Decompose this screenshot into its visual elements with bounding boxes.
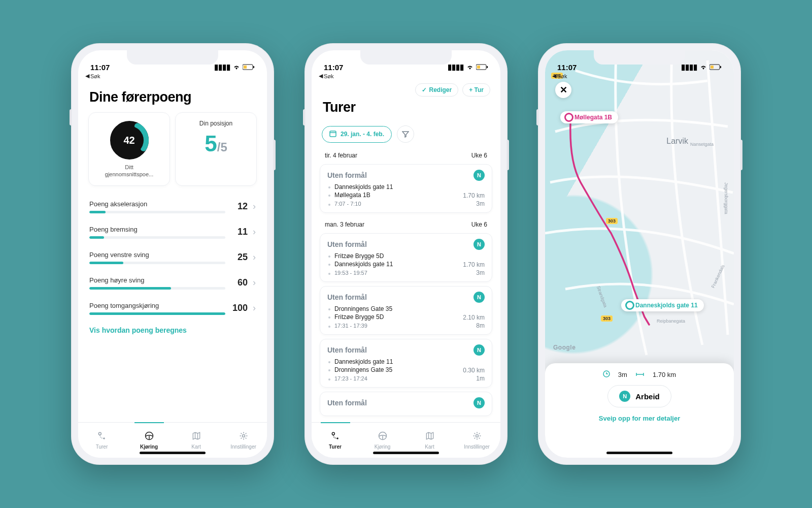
home-indicator [373,452,439,454]
metric-row[interactable]: Poeng tomgangskjøring 100 › [89,297,256,322]
svg-rect-11 [477,66,480,69]
trip-distance: 1.70 km [463,261,485,268]
trip-card[interactable]: Uten formål N Fritzøe Brygge 5D Danneskj… [320,233,492,282]
phone-driver-points: 11:07 ▮▮▮▮ ◀ Søk Dine førerpoeng [71,43,274,465]
status-icons: ▮▮▮▮ [214,62,255,72]
metric-row[interactable]: Poeng bremsing 11 › [89,220,256,246]
position-value: 5 [205,131,217,156]
clock-icon [603,370,610,379]
route-start-label[interactable]: Møllegata 1B [560,111,618,123]
date-range-button[interactable]: 29. jan. - 4. feb. [322,126,392,143]
trip-from: Dronningens Gate 35 [327,305,458,313]
check-icon: ✓ [422,86,427,93]
route-end-label[interactable]: Danneskjolds gate 11 [621,299,704,311]
metric-row[interactable]: Poeng akselerasjon 12 › [89,195,256,220]
category-badge: N [619,391,630,402]
metric-row[interactable]: Poeng venstre sving 25 › [89,246,256,271]
wifi-icon [232,63,241,72]
metric-value: 11 [230,227,248,237]
close-button[interactable]: ✕ [555,82,571,98]
trip-time: 7:07 - 7:10 [327,200,458,207]
trip-badge: N [473,292,485,303]
notch [127,50,218,65]
add-trip-button[interactable]: + Tur [462,83,490,97]
filter-icon [402,131,409,138]
trip-distance: 1.70 km [653,371,676,378]
metric-value: 60 [230,277,248,288]
innstillinger-icon [472,431,482,442]
city-label: Larvik [666,137,688,146]
back-link[interactable]: ◀ Søk [78,73,267,80]
kart-icon [191,431,201,442]
svg-point-14 [332,432,334,435]
tab-innstillinger[interactable]: Innstillinger [453,423,500,458]
trip-card[interactable]: Uten formål N Danneskjolds gate 11 Dronn… [320,339,492,388]
turer-icon [97,431,107,442]
chevron-right-icon: › [253,277,256,288]
metric-label: Poeng venstre sving [89,251,225,259]
svg-point-17 [476,435,478,437]
trip-duration: 3m [463,269,485,276]
day-header: man. 3 februarUke 6 [312,217,500,231]
how-points-link[interactable]: Vis hvordan poeng beregnes [78,322,267,338]
tab-turer[interactable]: Turer [78,423,125,458]
svg-rect-10 [487,66,488,68]
trip-time: 19:53 - 19:57 [327,269,458,276]
chevron-right-icon: › [253,227,256,237]
metric-row[interactable]: Poeng høyre sving 60 › [89,271,256,297]
svg-rect-19 [720,66,721,68]
battery-icon [709,63,722,72]
svg-rect-2 [244,66,247,69]
metric-label: Poeng tomgangskjøring [89,302,225,309]
back-link[interactable]: ◀ Søk [312,73,500,80]
trip-purpose: Uten formål [327,240,367,248]
trip-from: Fritzøe Brygge 5D [327,252,458,260]
trip-badge: N [473,239,485,250]
trip-to: Fritzøe Brygge 5D [327,313,458,321]
position-card: Din posisjon 5/5 [175,112,257,186]
trip-category-button[interactable]: N Arbeid [607,385,671,407]
metric-value: 25 [230,252,248,263]
trip-purpose: Uten formål [327,171,367,179]
signal-icon: ▮▮▮▮ [448,62,464,72]
trip-badge: N [473,397,485,408]
page-title: Dine førerpoeng [78,80,267,112]
filter-button[interactable] [397,125,414,143]
trip-duration: 8m [463,322,485,329]
svg-point-8 [242,435,245,437]
distance-icon [635,371,645,378]
calendar-icon [329,130,336,139]
kart-icon [425,431,435,442]
trip-duration: 3m [463,200,485,207]
svg-rect-1 [253,66,254,68]
battery-icon [243,63,255,72]
chevron-right-icon: › [253,252,256,263]
bottom-sheet[interactable]: 3m 1.70 km N Arbeid Sveip opp for mer de… [545,363,734,458]
metric-label: Poeng høyre sving [89,276,225,284]
home-indicator [606,452,672,454]
metric-value: 12 [230,201,248,212]
trip-time: 17:31 - 17:39 [327,322,458,329]
status-icons: ▮▮▮▮ [448,62,488,72]
phone-map: Larvik 303 303 303 Nansetgata Jegersborg… [538,43,741,465]
tab-innstillinger[interactable]: Innstillinger [220,423,267,458]
trip-card[interactable]: Uten formål N [320,392,492,416]
edit-button[interactable]: ✓ Rediger [415,83,459,97]
innstillinger-icon [239,431,249,442]
trip-duration: 3m [618,371,627,378]
trip-distance: 1.70 km [463,192,485,199]
svg-point-15 [336,437,338,439]
trip-to: Danneskjolds gate 11 [327,260,458,268]
clock: 11:07 [90,63,110,72]
trip-card[interactable]: Uten formål N Dronningens Gate 35 Fritzø… [320,286,492,335]
svg-rect-12 [330,131,336,137]
trip-card[interactable]: Uten formål N Danneskjolds gate 11 Mølle… [320,164,492,213]
signal-icon: ▮▮▮▮ [681,62,697,72]
trip-from: Danneskjolds gate 11 [327,358,458,366]
chevron-right-icon: › [253,201,256,212]
tab-turer[interactable]: Turer [312,423,359,458]
wifi-icon [466,63,474,72]
clock: 11:07 [557,63,577,72]
back-link[interactable]: ◀ Søk [545,73,734,80]
trip-purpose: Uten formål [327,293,367,301]
